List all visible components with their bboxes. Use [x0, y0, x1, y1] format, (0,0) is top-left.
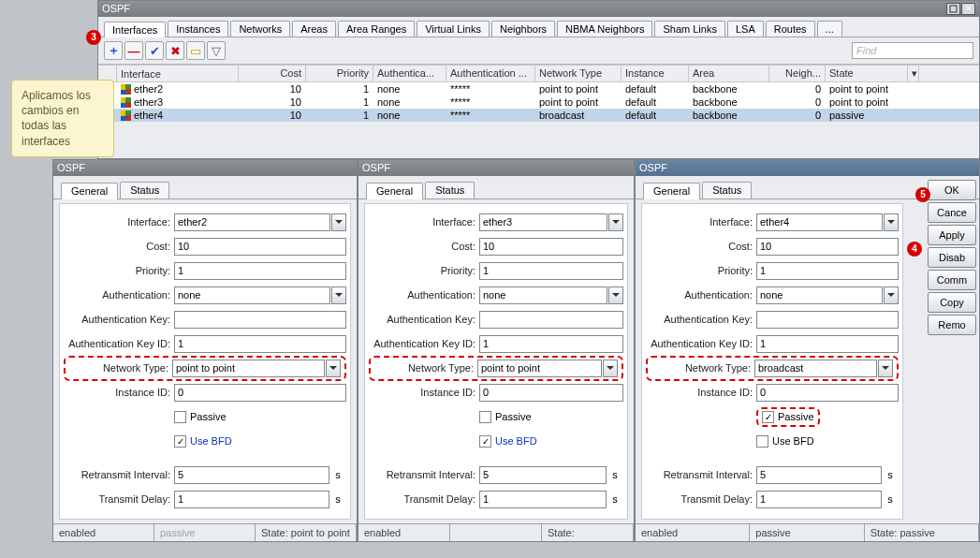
use-bfd-checkbox[interactable] — [479, 435, 491, 448]
retransmit-input[interactable]: 5 — [479, 466, 607, 484]
apply-button[interactable]: Apply — [928, 225, 976, 245]
enable-button[interactable]: ✔ — [145, 41, 164, 60]
col-interface[interactable]: Interface — [117, 66, 239, 81]
cost-input[interactable]: 10 — [756, 238, 899, 256]
dropdown-icon[interactable] — [603, 360, 618, 377]
window-close-button[interactable]: ✕ — [961, 3, 975, 15]
dropdown-icon[interactable] — [608, 286, 623, 304]
tab-instances[interactable]: Instances — [168, 21, 228, 37]
dropdown-icon[interactable] — [884, 213, 899, 231]
col-priority[interactable]: Priority — [306, 66, 373, 81]
find-input[interactable]: Find — [852, 42, 973, 59]
comment-button[interactable]: ▭ — [186, 41, 205, 60]
filter-button[interactable]: ▽ — [207, 41, 226, 60]
table-row[interactable]: ether2 10 1 none ***** point to point de… — [98, 82, 979, 95]
use-bfd-label[interactable]: Use BFD — [495, 435, 537, 447]
tab-status[interactable]: Status — [120, 182, 169, 198]
priority-input[interactable]: 1 — [174, 262, 346, 280]
tab-areas[interactable]: Areas — [292, 21, 336, 37]
dropdown-icon[interactable] — [331, 213, 346, 231]
cost-input[interactable]: 10 — [174, 238, 346, 256]
dropdown-icon[interactable] — [608, 213, 623, 231]
tab-general[interactable]: General — [643, 183, 700, 199]
add-button[interactable]: ＋ — [104, 41, 123, 60]
window-min-button[interactable] — [946, 3, 960, 15]
tab-routes[interactable]: Routes — [766, 21, 815, 37]
instanceid-input[interactable]: 0 — [756, 384, 899, 402]
passive-label[interactable]: Passive — [495, 411, 532, 422]
authkeyid-input[interactable]: 1 — [756, 335, 899, 353]
table-row[interactable]: ether3 10 1 none ***** point to point de… — [98, 95, 979, 109]
authkey-input[interactable] — [756, 311, 899, 329]
dialog-titlebar[interactable]: OSPF — [53, 160, 357, 176]
authkeyid-input[interactable]: 1 — [174, 335, 346, 353]
use-bfd-label[interactable]: Use BFD — [190, 435, 232, 447]
use-bfd-label[interactable]: Use BFD — [772, 435, 814, 447]
priority-input[interactable]: 1 — [479, 262, 623, 280]
auth-select[interactable]: none — [479, 286, 607, 304]
auth-select[interactable]: none — [756, 286, 883, 304]
tab-virtual-links[interactable]: Virtual Links — [417, 21, 490, 37]
col-cost[interactable]: Cost — [239, 66, 306, 81]
disable-button[interactable]: ✖ — [166, 41, 184, 60]
interface-select[interactable]: ether2 — [174, 213, 330, 231]
interface-select[interactable]: ether3 — [479, 213, 607, 231]
copy-button[interactable]: Copy — [928, 292, 976, 313]
dropdown-icon[interactable] — [878, 360, 893, 377]
tab-interfaces[interactable]: Interfaces — [104, 22, 166, 37]
col-neigh[interactable]: Neigh... — [769, 66, 826, 81]
dropdown-icon[interactable] — [331, 286, 346, 304]
transmitdelay-input[interactable]: 1 — [756, 491, 882, 508]
col-area[interactable]: Area — [689, 66, 769, 81]
priority-input[interactable]: 1 — [756, 262, 899, 280]
interface-select[interactable]: ether4 — [756, 213, 883, 231]
tab-nbma-neighbors[interactable]: NBMA Neighbors — [557, 21, 652, 37]
retransmit-input[interactable]: 5 — [756, 466, 882, 484]
authkeyid-input[interactable]: 1 — [479, 335, 623, 353]
network-type-select[interactable]: point to point — [172, 360, 325, 377]
tab-status[interactable]: Status — [702, 182, 752, 198]
network-type-select[interactable]: point to point — [477, 360, 602, 377]
dialog-titlebar[interactable]: OSPF — [636, 160, 979, 176]
transmitdelay-input[interactable]: 1 — [479, 491, 607, 508]
col-authkey[interactable]: Authentication ... — [446, 66, 535, 81]
disable-button-dialog[interactable]: Disab — [928, 247, 976, 268]
passive-label[interactable]: Passive — [190, 411, 227, 422]
passive-checkbox[interactable] — [762, 411, 774, 423]
tab-neighbors[interactable]: Neighbors — [491, 21, 555, 37]
dropdown-icon[interactable] — [884, 286, 899, 304]
remove-button-dialog[interactable]: Remo — [928, 315, 976, 335]
authkey-input[interactable] — [174, 311, 346, 329]
comment-button-dialog[interactable]: Comm — [928, 270, 976, 290]
tab-more[interactable]: ... — [817, 21, 842, 37]
col-instance[interactable]: Instance — [622, 66, 689, 81]
passive-checkbox[interactable] — [479, 411, 491, 423]
window-titlebar[interactable]: OSPF ✕ — [98, 1, 979, 17]
passive-label[interactable]: Passive — [778, 411, 814, 422]
tab-sham-links[interactable]: Sham Links — [654, 21, 724, 37]
cost-input[interactable]: 10 — [479, 238, 623, 256]
retransmit-input[interactable]: 5 — [174, 466, 329, 484]
use-bfd-checkbox[interactable] — [756, 435, 768, 448]
tab-networks[interactable]: Networks — [230, 21, 290, 37]
col-more[interactable]: ▾ — [908, 66, 919, 81]
transmitdelay-input[interactable]: 1 — [174, 491, 329, 508]
table-row[interactable]: P ether4 10 1 none ***** broadcast defau… — [98, 109, 979, 122]
remove-button[interactable]: — — [124, 41, 143, 60]
instanceid-input[interactable]: 0 — [479, 384, 623, 402]
auth-select[interactable]: none — [174, 286, 330, 304]
col-auth[interactable]: Authentica... — [373, 66, 446, 81]
col-state[interactable]: State — [826, 66, 908, 81]
col-network-type[interactable]: Network Type — [535, 66, 622, 81]
cancel-button[interactable]: Cance — [928, 202, 976, 223]
authkey-input[interactable] — [479, 311, 623, 329]
dialog-titlebar[interactable]: OSPF — [358, 160, 634, 176]
network-type-select[interactable]: broadcast — [754, 360, 877, 377]
tab-status[interactable]: Status — [425, 182, 475, 198]
tab-area-ranges[interactable]: Area Ranges — [338, 21, 415, 37]
tab-general[interactable]: General — [366, 183, 423, 199]
tab-lsa[interactable]: LSA — [727, 21, 764, 37]
tab-general[interactable]: General — [61, 183, 118, 199]
passive-checkbox[interactable] — [174, 411, 186, 423]
instanceid-input[interactable]: 0 — [174, 384, 346, 402]
